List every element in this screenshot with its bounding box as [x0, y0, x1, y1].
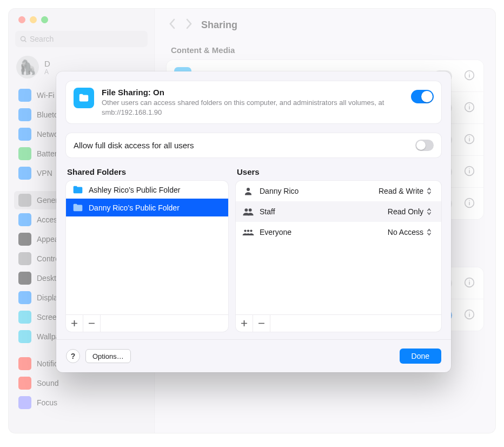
group2-icon	[242, 206, 254, 218]
service-info-button[interactable]	[464, 134, 476, 146]
permission-select[interactable]: No Access	[384, 226, 435, 238]
info-icon	[464, 309, 475, 320]
info-icon	[464, 166, 475, 176]
sidebar-icon	[18, 396, 31, 409]
main-header: Sharing	[155, 9, 495, 36]
zoom-icon[interactable]	[41, 16, 48, 23]
search-placeholder: Search	[30, 35, 54, 43]
shared-folders-title: Shared Folders	[67, 167, 227, 176]
person-icon	[242, 185, 254, 197]
svg-point-10	[469, 136, 470, 137]
svg-point-16	[469, 200, 470, 201]
stepper-icon	[427, 208, 432, 215]
service-info-button[interactable]	[464, 198, 476, 209]
sidebar-icon	[18, 167, 31, 180]
sidebar-icon	[18, 291, 31, 304]
chevron-left-icon	[169, 18, 176, 29]
user-item[interactable]: EveryoneNo Access	[236, 222, 441, 242]
minimize-icon[interactable]	[30, 16, 37, 23]
shared-folder-item[interactable]: Ashley Rico’s Public Folder	[66, 181, 228, 199]
sheet-footer: ? Options… Done	[56, 339, 451, 372]
done-button[interactable]: Done	[400, 349, 441, 364]
sidebar-icon	[18, 89, 31, 102]
folder-icon	[78, 92, 90, 104]
minus-icon	[88, 320, 95, 327]
sidebar-icon	[18, 194, 31, 207]
minus-icon	[258, 320, 265, 327]
add-user-button[interactable]	[236, 315, 253, 332]
permission-value: Read & Write	[379, 187, 423, 195]
full-disk-access-label: Allow full disk access for all users	[74, 141, 408, 150]
svg-point-28	[249, 208, 252, 212]
info-icon	[464, 102, 475, 113]
sidebar-icon	[18, 252, 31, 265]
user-item[interactable]: Danny RicoRead & Write	[236, 181, 441, 201]
file-sharing-sheet: File Sharing: On Other users can access …	[56, 71, 451, 372]
permission-select[interactable]: Read Only	[384, 206, 435, 218]
info-icon	[464, 70, 475, 81]
permission-value: No Access	[388, 228, 423, 236]
service-info-button[interactable]	[464, 166, 476, 178]
avatar: 🦍	[16, 56, 39, 78]
help-button[interactable]: ?	[66, 349, 80, 363]
close-icon[interactable]	[18, 16, 25, 23]
full-disk-access-toggle[interactable]	[415, 140, 434, 151]
remove-user-button[interactable]	[253, 315, 270, 332]
sidebar-icon	[18, 377, 31, 390]
sidebar-icon	[18, 147, 31, 160]
file-sharing-subtitle: Other users can access shared folders on…	[102, 98, 403, 117]
group3-icon	[242, 226, 254, 238]
sidebar-item-label: Sound	[37, 379, 58, 387]
back-button[interactable]	[169, 18, 176, 31]
file-sharing-icon	[74, 88, 94, 108]
file-sharing-title: File Sharing: On	[102, 88, 403, 97]
file-sharing-toggle[interactable]	[411, 90, 434, 103]
shared-folders-list: Ashley Rico’s Public FolderDanny Rico’s …	[66, 181, 228, 332]
search-icon	[19, 35, 28, 43]
folder-icon	[72, 185, 83, 194]
sidebar-icon	[18, 128, 31, 141]
user-item[interactable]: StaffRead Only	[236, 201, 441, 222]
sidebar-item-focus[interactable]: Focus	[14, 393, 149, 412]
svg-point-0	[21, 36, 25, 41]
options-button[interactable]: Options…	[85, 349, 131, 363]
permission-select[interactable]: Read & Write	[375, 185, 435, 197]
svg-point-22	[469, 312, 470, 313]
svg-point-19	[469, 280, 470, 281]
info-icon	[464, 277, 475, 288]
service-info-button[interactable]	[464, 70, 476, 82]
plus-icon	[71, 320, 78, 327]
user-name: Everyone	[260, 228, 379, 236]
section-content-media: Content & Media	[155, 36, 495, 60]
folder-icon	[72, 203, 83, 212]
info-icon	[464, 134, 475, 144]
search-input[interactable]: Search	[15, 31, 148, 47]
service-info-button[interactable]	[464, 309, 476, 321]
shared-folder-item[interactable]: Danny Rico’s Public Folder	[66, 199, 228, 216]
svg-point-30	[247, 230, 249, 232]
service-info-button[interactable]	[464, 102, 476, 114]
forward-button[interactable]	[185, 18, 193, 31]
remove-folder-button[interactable]	[83, 315, 101, 332]
window-controls	[9, 9, 154, 23]
shared-folders-column: Shared Folders Ashley Rico’s Public Fold…	[66, 167, 228, 332]
svg-point-13	[469, 168, 470, 169]
permission-value: Read Only	[388, 207, 423, 216]
sidebar-item-label: Wi-Fi	[37, 91, 55, 100]
service-info-button[interactable]	[464, 277, 476, 289]
sidebar-icon	[18, 357, 31, 370]
page-title: Sharing	[201, 19, 237, 31]
sidebar-item-label: Focus	[37, 398, 57, 407]
stepper-icon	[427, 187, 432, 195]
info-icon	[464, 198, 475, 208]
chevron-right-icon	[185, 18, 193, 29]
profile-name: D	[44, 59, 50, 68]
sidebar-icon	[18, 108, 31, 121]
users-list: Danny RicoRead & WriteStaffRead OnlyEver…	[236, 181, 441, 332]
sidebar-icon	[18, 311, 31, 324]
sidebar-item-sound[interactable]: Sound	[14, 374, 149, 392]
stepper-icon	[427, 228, 432, 236]
folder-name: Ashley Rico’s Public Folder	[89, 186, 180, 194]
svg-point-7	[469, 104, 470, 106]
add-folder-button[interactable]	[66, 315, 83, 332]
